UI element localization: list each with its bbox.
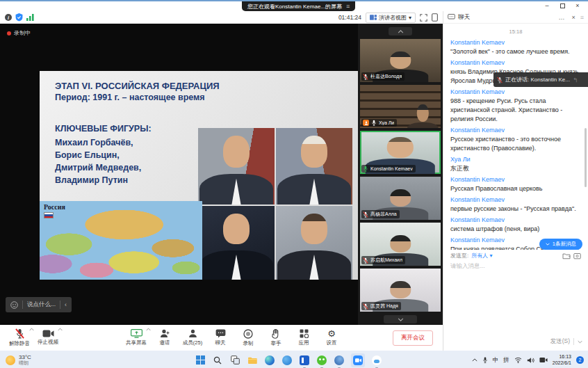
- invite-button[interactable]: 邀请: [151, 326, 179, 350]
- zoom-app-icon: [353, 355, 363, 365]
- video-tile[interactable]: 高杨菲Алла: [360, 177, 441, 220]
- send-button[interactable]: 发送(S): [550, 337, 570, 346]
- tray-mic-icon[interactable]: [482, 356, 488, 364]
- start-button[interactable]: [195, 355, 206, 366]
- speaker-view-button[interactable]: 演讲者视图 ▾: [366, 13, 416, 23]
- message-sender[interactable]: Konstantin Kemaev: [450, 195, 581, 205]
- zoom-app-button-active[interactable]: [351, 353, 365, 367]
- leave-meeting-button[interactable]: 离开会议: [393, 330, 433, 346]
- taskbar-clock[interactable]: 16:13 2022/6/1: [553, 354, 571, 366]
- wechat-button[interactable]: [316, 355, 327, 366]
- slide-key-figures-list: Михаил Горбачёв, Борис Ельцин, Дмитрий М…: [55, 136, 141, 186]
- search-icon: [213, 356, 222, 365]
- pill-menu-icon[interactable]: ≡: [346, 3, 350, 10]
- send-to-selector[interactable]: 所有人 ▾: [471, 252, 492, 259]
- new-message-button[interactable]: 1条新消息: [539, 239, 582, 250]
- search-button[interactable]: [212, 355, 223, 366]
- mic-muted-icon: [363, 211, 368, 218]
- strip-scroll-down-button[interactable]: [384, 315, 417, 323]
- record-button[interactable]: 录制: [234, 326, 262, 350]
- share-options-caret[interactable]: [146, 328, 151, 331]
- close-button[interactable]: ×: [570, 1, 585, 10]
- video-tile[interactable]: 匡灵茜 Надя: [360, 269, 441, 312]
- video-tile[interactable]: 杜嘉达Володя: [360, 39, 441, 82]
- tray-camera-icon[interactable]: [539, 357, 548, 363]
- weather-widget[interactable]: 33°C 晴朗: [0, 354, 31, 366]
- video-tile[interactable]: 苏启航Михаил: [360, 223, 441, 266]
- speaker-icon[interactable]: [527, 357, 534, 364]
- screenshot-icon[interactable]: [573, 253, 581, 259]
- ime-language-button[interactable]: 中: [493, 356, 499, 365]
- video-options-caret[interactable]: [58, 328, 63, 331]
- message-sender[interactable]: Konstantin Kemaev: [450, 126, 581, 135]
- participants-button[interactable]: 成员(25): [179, 326, 206, 350]
- message-sender[interactable]: Konstantin Kemaev: [450, 88, 581, 97]
- mic-on-icon: [371, 120, 377, 126]
- chat-message-list[interactable]: 15:18 Konstantin Kemaev "Золотой век" - …: [443, 24, 588, 250]
- message-sender[interactable]: Konstantin Kemaev: [450, 38, 581, 47]
- caption-collapse-icon[interactable]: ‹: [65, 301, 67, 308]
- app-shortcut[interactable]: [371, 355, 382, 366]
- watching-screen-pill[interactable]: 您正在观看Konstantin Kemae...的屏幕 ≡: [242, 1, 355, 11]
- video-tile-active-speaker[interactable]: Konstantin Kemaev: [360, 131, 441, 174]
- portrait-face: [223, 136, 249, 168]
- portrait-medvedev: [276, 206, 352, 280]
- send-options-caret[interactable]: [578, 340, 582, 344]
- file-attach-icon[interactable]: [562, 253, 571, 259]
- message-sender[interactable]: Konstantin Kemaev: [450, 216, 581, 225]
- shared-screen-area: 录制中 ЭТАП VI. РОССИЙСКАЯ ФЕДЕРАЦИЯ Период…: [0, 24, 358, 325]
- emoji-icon[interactable]: [10, 301, 18, 309]
- maximize-button[interactable]: [555, 1, 570, 10]
- meeting-info-icon[interactable]: i: [5, 14, 12, 21]
- toast-arrows-icon: ↰: [573, 77, 578, 83]
- chat-header: 聊天 … × ≡: [443, 11, 588, 24]
- fullscreen-button[interactable]: [420, 14, 427, 22]
- mic-speaking-icon: [363, 166, 368, 172]
- caption-placeholder[interactable]: 说点什么...: [27, 301, 56, 309]
- app-shortcut[interactable]: [334, 355, 345, 366]
- portrait-face: [301, 136, 327, 168]
- window-titlebar: 您正在观看Konstantin Kemae...的屏幕 ≡ – ×: [0, 1, 588, 11]
- apps-button[interactable]: 应用: [290, 326, 318, 350]
- chat-scrollbar[interactable]: [585, 128, 587, 187]
- cloud-app-icon: [372, 355, 382, 365]
- mic-muted-icon: [363, 303, 368, 310]
- chat-button[interactable]: 聊天: [206, 326, 234, 350]
- map-label: Россия: [44, 203, 65, 211]
- apps-icon: [300, 329, 309, 338]
- taskbar-center-icons: [195, 351, 382, 368]
- video-tile[interactable]: Хуа Ли: [360, 85, 441, 128]
- caption-input-pill[interactable]: 说点什么... ‹: [6, 297, 72, 312]
- chat-more-button[interactable]: …: [556, 14, 566, 21]
- file-explorer-button[interactable]: [247, 355, 258, 366]
- app-shortcut[interactable]: [281, 355, 293, 366]
- russia-flag-icon: [44, 212, 54, 218]
- recording-indicator[interactable]: 录制中: [7, 29, 31, 37]
- switch-device-button[interactable]: [432, 13, 438, 22]
- speaking-toast[interactable]: 正在讲话: Konstantin Ke... ↰: [493, 72, 588, 87]
- settings-button[interactable]: ⚙ 设置: [318, 326, 345, 350]
- record-icon: [243, 329, 253, 339]
- message-sender[interactable]: Konstantin Kemaev: [450, 175, 581, 184]
- speaking-toast-label: 正在讲话: Konstantin Ke...: [505, 76, 570, 83]
- mic-options-caret[interactable]: [29, 328, 34, 331]
- strip-scroll-up-button[interactable]: [389, 27, 412, 35]
- network-signal-icon: [26, 14, 34, 21]
- edge-browser-button[interactable]: [264, 355, 275, 366]
- message-sender[interactable]: Хуа Ли: [450, 155, 581, 164]
- task-view-button[interactable]: [229, 355, 240, 366]
- wifi-icon[interactable]: [514, 357, 522, 363]
- chat-input[interactable]: [450, 262, 582, 317]
- portrait-gorbachev: [198, 128, 275, 205]
- raise-hand-button[interactable]: 举手: [262, 326, 290, 350]
- tray-expand-chevron[interactable]: [472, 358, 477, 362]
- ime-pinyin-button[interactable]: 拼: [503, 356, 509, 365]
- message-sender[interactable]: Konstantin Kemaev: [450, 58, 581, 67]
- notification-badge[interactable]: 2: [576, 356, 584, 364]
- app-shortcut[interactable]: [299, 355, 310, 366]
- minimize-button[interactable]: –: [539, 1, 555, 10]
- figure-name: Михаил Горбачёв,: [55, 136, 141, 149]
- chat-close-button[interactable]: ×: [569, 14, 577, 21]
- message-text: 988 - крещение Руси. Русь стала христиан…: [450, 97, 581, 124]
- chat-grip-icon[interactable]: ≡: [580, 14, 584, 21]
